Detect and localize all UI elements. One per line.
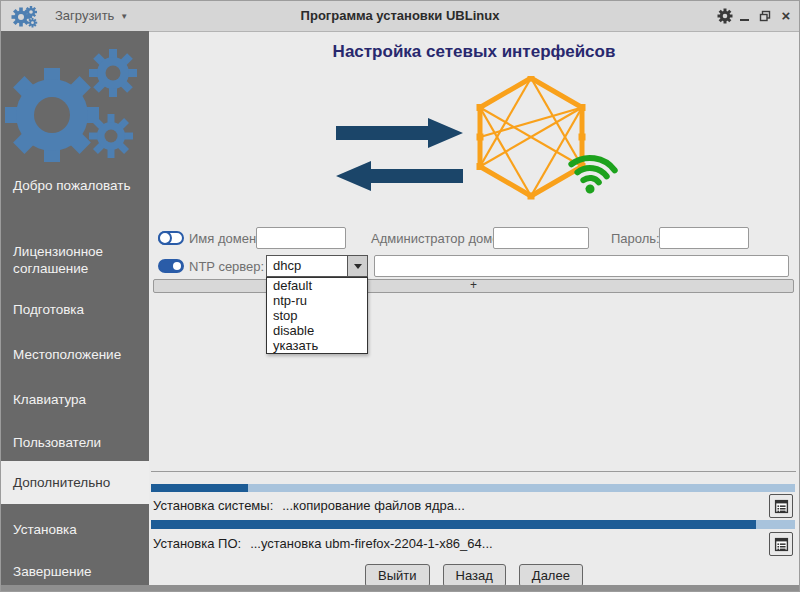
toggle-knob: [158, 231, 172, 245]
system-progress-row: Установка системы:...копирование файлов …: [153, 494, 763, 518]
system-progress-status: ...копирование файлов ядра...: [282, 498, 465, 513]
maximize-button[interactable]: [758, 8, 772, 24]
close-button[interactable]: ×: [779, 8, 793, 24]
add-interface-button[interactable]: +: [153, 279, 794, 293]
minimize-button[interactable]: [737, 8, 751, 24]
wizard-buttons: Выйти Назад Далее: [149, 564, 799, 587]
system-log-button[interactable]: [769, 494, 793, 518]
sidebar-item-welcome[interactable]: Добро пожаловать: [1, 177, 149, 194]
next-button[interactable]: Далее: [519, 564, 583, 587]
installer-window: Загрузить▼ Программа установки UBLinux ×: [0, 0, 800, 592]
domain-admin-input[interactable]: [493, 227, 589, 249]
network-hexagon-icon: [477, 76, 586, 200]
password-label: Пароль:: [611, 231, 660, 246]
domain-name-input[interactable]: [256, 227, 346, 249]
software-progress-row: Установка ПО:...установка ubm-firefox-22…: [153, 532, 763, 556]
back-button[interactable]: Назад: [443, 564, 506, 587]
network-transfer-illustration: [336, 76, 621, 201]
combo-dropdown-button[interactable]: [347, 256, 367, 276]
ntp-mode-selected-value: dhcp: [273, 258, 301, 273]
dropdown-option-disable[interactable]: disable: [267, 323, 367, 338]
settings-gear-icon[interactable]: [717, 8, 733, 24]
sidebar: Добро пожаловать Лицензионное соглашение…: [1, 31, 149, 585]
sidebar-item-keyboard[interactable]: Клавиатура: [1, 391, 149, 408]
dropdown-option-ntp-ru[interactable]: ntp-ru: [267, 293, 367, 308]
chevron-down-icon: ▼: [120, 2, 128, 32]
software-progress-bar: [151, 520, 795, 529]
software-progress-label: Установка ПО:: [153, 536, 241, 551]
window-bottom-edge: [1, 585, 799, 591]
window-controls: ×: [737, 1, 793, 31]
sidebar-item-location[interactable]: Местоположение: [1, 346, 149, 363]
software-log-button[interactable]: [769, 532, 793, 556]
password-input[interactable]: [659, 227, 749, 249]
ntp-server-label: NTP сервер:: [189, 259, 264, 274]
ntp-mode-dropdown-list: default ntp-ru stop disable указать: [266, 277, 368, 354]
ntp-toggle[interactable]: [158, 259, 184, 273]
system-progress-bar: [151, 484, 795, 492]
main-content: Настройка сетевых интерфейсов: [149, 31, 799, 585]
sidebar-item-additional[interactable]: Дополнительно: [1, 461, 149, 504]
gears-illustration: [1, 39, 149, 179]
ntp-mode-select[interactable]: dhcp: [266, 255, 368, 277]
domain-toggle[interactable]: [158, 231, 184, 245]
sidebar-item-install[interactable]: Установка: [1, 521, 149, 538]
system-progress-label: Установка системы:: [153, 498, 273, 513]
wifi-icon: [568, 155, 616, 196]
arrow-right-icon: [336, 118, 463, 148]
chevron-down-icon: [354, 264, 362, 269]
exit-button[interactable]: Выйти: [365, 564, 430, 587]
page-title: Настройка сетевых интерфейсов: [149, 42, 799, 62]
app-gears-icon: [11, 4, 39, 28]
system-progress-fill: [151, 484, 248, 492]
title-bar: Загрузить▼ Программа установки UBLinux ×: [1, 1, 799, 32]
maximize-restore-icon: [759, 10, 771, 22]
arrow-left-icon: [336, 161, 463, 191]
ntp-server-input[interactable]: [374, 255, 789, 277]
log-journal-icon: [774, 537, 789, 552]
sidebar-item-license[interactable]: Лицензионное соглашение: [1, 243, 149, 277]
sidebar-item-users[interactable]: Пользователи: [1, 434, 149, 451]
section-divider: [151, 471, 796, 472]
sidebar-item-preparation[interactable]: Подготовка: [1, 301, 149, 318]
software-progress-fill: [151, 520, 756, 529]
sidebar-item-finish[interactable]: Завершение: [1, 563, 149, 580]
dropdown-option-default[interactable]: default: [267, 278, 367, 293]
dropdown-option-custom[interactable]: указать: [267, 338, 367, 353]
log-journal-icon: [774, 499, 789, 514]
dropdown-option-stop[interactable]: stop: [267, 308, 367, 323]
load-menu-label: Загрузить: [55, 8, 114, 23]
toggle-knob: [173, 262, 181, 270]
software-progress-status: ...установка ubm-firefox-2204-1-x86_64..…: [250, 536, 493, 551]
load-menu[interactable]: Загрузить▼: [55, 1, 128, 31]
